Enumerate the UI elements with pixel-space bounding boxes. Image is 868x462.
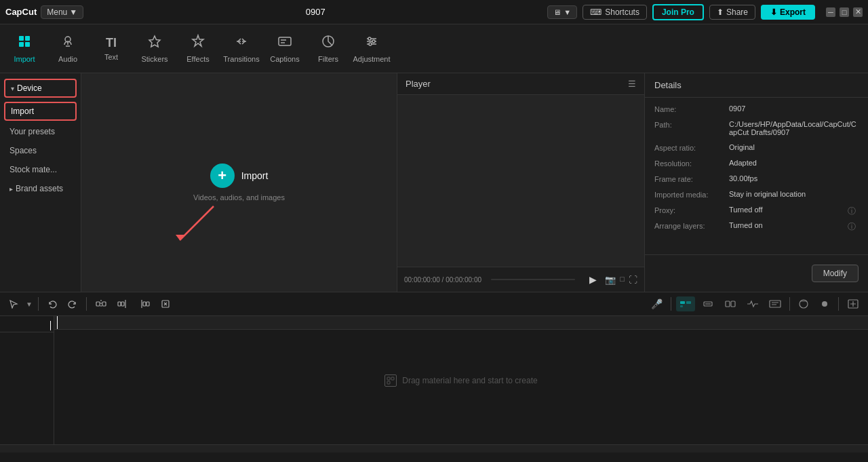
sidebar-item-presets[interactable]: Your presets xyxy=(4,123,77,140)
player-header: Player ☰ xyxy=(397,73,644,95)
export-button[interactable]: ⬇ Export xyxy=(761,5,815,20)
color-wheel-button[interactable] xyxy=(795,296,812,311)
detail-label-proxy: Proxy: xyxy=(654,206,729,214)
detail-row-imported: Imported media: Stay in original locatio… xyxy=(654,190,859,199)
drag-hint-text: Drag material here and start to create xyxy=(402,376,537,385)
sidebar-item-stock[interactable]: Stock mate... xyxy=(4,161,77,178)
stickers-label: Stickers xyxy=(141,55,167,63)
aspect-ratio-icon[interactable]: □ xyxy=(620,275,625,285)
dot-button[interactable] xyxy=(816,296,833,311)
keyboard-icon: ⌨ xyxy=(590,7,601,17)
minimize-button[interactable]: ─ xyxy=(826,7,835,17)
plus-icon: + xyxy=(218,168,226,183)
proxy-info-icon[interactable]: ⓘ xyxy=(848,206,856,217)
shortcuts-button[interactable]: ⌨ Shortcuts xyxy=(583,5,647,20)
svg-rect-1 xyxy=(25,36,30,41)
sidebar-item-spaces[interactable]: Spaces xyxy=(4,142,77,159)
track-type-4-button[interactable] xyxy=(743,296,762,311)
detail-value-proxy: Turned off xyxy=(729,206,859,214)
fullscreen-icon[interactable]: ⛶ xyxy=(629,275,637,285)
detail-label-resolution: Resolution: xyxy=(654,159,729,168)
monitor-button[interactable]: 🖥 ▼ xyxy=(547,5,577,19)
share-icon: ⬆ xyxy=(717,7,724,17)
split3-button[interactable] xyxy=(136,297,153,311)
timeline-area: Drag material here and start to create xyxy=(0,316,868,444)
captions-icon xyxy=(277,34,292,52)
toolbar-transitions[interactable]: Transitions xyxy=(220,26,263,72)
adjustment-icon xyxy=(364,34,379,52)
close-button[interactable]: ✕ xyxy=(853,7,863,17)
adjustment-label: Adjustment xyxy=(353,55,390,63)
stickers-icon xyxy=(147,34,162,52)
app-logo: CapCut xyxy=(5,7,37,17)
svg-rect-21 xyxy=(143,302,146,306)
detail-value-arrange: Turned on xyxy=(729,221,859,229)
text-label: Text xyxy=(104,53,118,61)
detail-label-framerate: Frame rate: xyxy=(654,174,729,183)
toolbar: Import Audio TI Text Stickers xyxy=(0,24,868,73)
bottom-scrollbar[interactable] xyxy=(0,444,868,453)
device-arrow: ▾ xyxy=(11,85,14,92)
timeline-toolbar: ▼ xyxy=(0,292,868,316)
divider-5 xyxy=(838,297,839,311)
center-panel: + Import Videos, audios, and images xyxy=(81,73,397,292)
track-type-2-button[interactable] xyxy=(698,296,717,311)
play-button[interactable]: ▶ xyxy=(585,271,601,288)
svg-rect-22 xyxy=(146,302,149,306)
playhead-line xyxy=(57,316,58,329)
undo-button[interactable] xyxy=(44,297,60,311)
mic-button[interactable]: 🎤 xyxy=(648,296,666,311)
toolbar-text[interactable]: TI Text xyxy=(90,26,133,72)
svg-rect-35 xyxy=(391,377,394,380)
effects-label: Effects xyxy=(186,55,209,63)
text-icon: TI xyxy=(106,36,117,50)
select-tool-button[interactable] xyxy=(5,297,22,311)
toolbar-adjustment[interactable]: Adjustment xyxy=(350,26,393,72)
transitions-label: Transitions xyxy=(223,55,259,63)
detail-row-aspect: Aspect ratio: Original xyxy=(654,143,859,152)
drag-icon xyxy=(384,374,397,387)
share-button[interactable]: ⬆ Share xyxy=(709,5,755,20)
project-name: 0907 xyxy=(306,7,326,17)
svg-marker-13 xyxy=(176,235,185,240)
split2-button[interactable] xyxy=(114,297,132,311)
timeline-tracks[interactable]: Drag material here and start to create xyxy=(54,316,868,444)
sidebar-presets-label: Your presets xyxy=(9,127,55,136)
toolbar-captions[interactable]: Captions xyxy=(263,26,307,72)
import-circle-button[interactable]: + xyxy=(210,163,235,188)
menu-button[interactable]: Menu ▼ xyxy=(41,5,83,19)
tool-dropdown-icon[interactable]: ▼ xyxy=(26,301,33,308)
toolbar-import[interactable]: Import xyxy=(3,26,46,72)
detail-row-proxy: Proxy: Turned off ⓘ xyxy=(654,206,859,214)
track-type-3-button[interactable] xyxy=(721,296,740,311)
sidebar-item-device[interactable]: ▾ Device xyxy=(4,79,77,98)
split-button[interactable] xyxy=(92,297,110,311)
arrange-info-icon[interactable]: ⓘ xyxy=(848,221,856,233)
timeline-ruler xyxy=(54,316,868,330)
sidebar-item-brand[interactable]: ▸ Brand assets xyxy=(4,180,77,197)
detail-value-resolution: Adapted xyxy=(729,159,859,167)
join-pro-button[interactable]: Join Pro xyxy=(652,4,704,20)
track-type-5-button[interactable] xyxy=(766,296,785,311)
player-menu-icon[interactable]: ☰ xyxy=(628,79,636,89)
zoom-fit-button[interactable] xyxy=(844,296,863,311)
window-controls: ─ □ ✕ xyxy=(826,7,863,17)
sidebar-item-import[interactable]: Import xyxy=(4,102,77,121)
toolbar-audio[interactable]: Audio xyxy=(46,26,90,72)
svg-rect-2 xyxy=(19,42,24,47)
detail-value-aspect: Original xyxy=(729,143,859,151)
screenshot-icon[interactable]: 📷 xyxy=(605,275,616,285)
toolbar-effects[interactable]: Effects xyxy=(176,26,220,72)
toolbar-stickers[interactable]: Stickers xyxy=(133,26,176,72)
timeline-right-tools: 🎤 xyxy=(648,296,863,311)
toolbar-filters[interactable]: Filters xyxy=(307,26,350,72)
svg-rect-36 xyxy=(387,381,390,384)
details-panel: Details Name: 0907 Path: C:/Users/HP/App… xyxy=(644,73,868,292)
svg-rect-14 xyxy=(96,302,100,306)
delete-button[interactable] xyxy=(157,297,174,311)
redo-button[interactable] xyxy=(64,297,81,311)
track-type-1-button[interactable] xyxy=(676,296,695,311)
modify-button[interactable]: Modify xyxy=(812,265,859,282)
restore-button[interactable]: □ xyxy=(840,7,849,17)
top-bar-center: 0907 xyxy=(306,7,326,17)
